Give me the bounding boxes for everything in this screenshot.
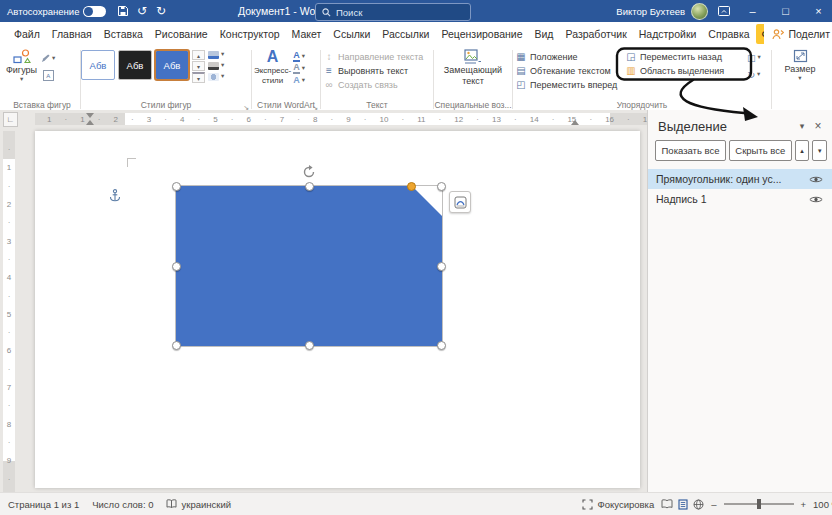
tab-selector-button[interactable]: ∟ (3, 112, 18, 127)
ribbon-button[interactable]: ▦ Положение (513, 50, 623, 64)
visibility-eye-icon[interactable] (808, 174, 824, 184)
resize-handle-top-left[interactable] (172, 182, 181, 191)
user-name[interactable]: Виктор Бухтеев (616, 6, 685, 17)
close-button[interactable]: × (805, 0, 832, 22)
rotate-handle[interactable] (302, 165, 316, 179)
resize-handle-middle-right[interactable] (437, 262, 446, 271)
shapes-button[interactable]: Фигуры ▾ (4, 47, 39, 85)
align-objects-button[interactable]: ◫▾ (745, 50, 763, 65)
ruler-mark: 8 (7, 420, 11, 429)
shape-outline-button[interactable]: ▾ (208, 61, 224, 70)
gallery-more-button[interactable]: ▾ (192, 72, 205, 83)
autosave-toggle[interactable] (83, 6, 106, 17)
search-box[interactable]: Поиск (315, 3, 471, 21)
ribbon-tab[interactable]: Надстройки (633, 24, 703, 44)
ribbon-button[interactable]: ◰ Переместить вперед (513, 78, 623, 92)
ribbon-display-options-button[interactable] (714, 0, 733, 22)
object-anchor-icon[interactable] (109, 189, 121, 203)
show-all-button[interactable]: Показать все (655, 140, 726, 161)
ruler-mark: 8 (313, 115, 317, 124)
edit-shape-button[interactable]: ▾ (39, 51, 57, 66)
ribbon-tab[interactable]: Разработчик (560, 24, 633, 44)
alt-text-button[interactable]: Замещающий текст (442, 47, 504, 88)
ruler-mark: 4 (180, 115, 184, 124)
web-layout-view-button[interactable] (693, 499, 704, 510)
pane-close-button[interactable]: × (810, 118, 826, 134)
ruler-mark: · (8, 401, 11, 410)
zoom-out-button[interactable]: – (711, 499, 716, 510)
hanging-indent-marker[interactable] (86, 120, 94, 125)
user-avatar[interactable] (691, 3, 708, 20)
focus-mode-button[interactable]: Фокусировка (582, 499, 654, 510)
text-effects-button[interactable]: А▾ (293, 75, 305, 85)
read-mode-view-button[interactable] (661, 499, 673, 509)
ribbon-tab[interactable]: Рассылки (376, 24, 435, 44)
print-layout-view-button[interactable] (678, 499, 688, 510)
share-button[interactable]: Поделит (764, 22, 832, 45)
ribbon-tab[interactable]: Вид (529, 24, 560, 44)
snip-corner-rectangle-shape[interactable] (176, 186, 442, 346)
ribbon-button[interactable]: ↕ Направление текста (321, 50, 433, 64)
right-indent-marker[interactable] (571, 120, 579, 125)
zoom-slider[interactable] (724, 503, 794, 505)
selection-pane-item[interactable]: Надпись 1 (648, 189, 832, 209)
size-button[interactable]: Размер ▾ (783, 47, 818, 84)
ribbon-tab[interactable]: Ссылки (327, 24, 376, 44)
resize-handle-bottom-center[interactable] (305, 341, 314, 350)
document-page[interactable] (35, 131, 640, 488)
resize-handle-bottom-right[interactable] (437, 341, 446, 350)
zoom-level[interactable]: 100 % (813, 499, 832, 510)
zoom-in-button[interactable]: + (801, 499, 807, 510)
draw-text-box-button[interactable]: A (39, 68, 57, 83)
zoom-slider-thumb[interactable] (757, 499, 761, 509)
gallery-up-button[interactable]: ▴ (192, 50, 205, 60)
language-indicator[interactable]: украинский (166, 499, 231, 510)
ribbon-tab[interactable]: Рисование (149, 24, 214, 44)
word-count[interactable]: Число слов: 0 (92, 499, 153, 510)
ribbon-tab[interactable]: Вставка (98, 24, 149, 44)
ribbon-tab[interactable]: Файл (8, 24, 46, 44)
first-line-indent-marker[interactable] (86, 113, 94, 118)
ribbon-tab[interactable]: Главная (46, 24, 98, 44)
ruler-mark: · (331, 115, 334, 124)
shape-adjust-handle[interactable] (407, 182, 416, 191)
layout-options-button[interactable] (449, 191, 471, 213)
resize-handle-top-right[interactable] (437, 182, 446, 191)
shape-effects-button[interactable]: ▾ (208, 72, 224, 81)
ribbon-button[interactable]: ∞ Создать связь (321, 78, 433, 92)
visibility-eye-icon[interactable] (808, 194, 824, 204)
rotate-objects-button[interactable]: ↻▾ (745, 67, 763, 82)
ribbon-button[interactable]: ▥ Область выделения (623, 64, 741, 78)
quick-styles-button[interactable]: А Экспресс- стили (252, 47, 293, 87)
resize-handle-middle-left[interactable] (172, 262, 181, 271)
ribbon-button[interactable]: ◲ Переместить назад (623, 50, 741, 64)
ribbon-button[interactable]: ≡ Выровнять текст (321, 64, 433, 78)
resize-handle-top-center[interactable] (305, 182, 314, 191)
send-backward-icon: ◲ (625, 52, 637, 62)
ribbon-tab[interactable]: Конструктор (214, 24, 286, 44)
undo-button[interactable]: ↺ (132, 0, 151, 22)
resize-handle-bottom-left[interactable] (172, 341, 181, 350)
hide-all-button[interactable]: Скрыть все (729, 140, 792, 161)
ribbon-button[interactable]: ▤ Обтекание текстом (513, 64, 623, 78)
pane-options-chevron-button[interactable]: ▾ (794, 118, 810, 134)
gallery-down-button[interactable]: ▾ (192, 61, 205, 71)
shape-style-thumbnail[interactable]: Абв (118, 50, 152, 80)
shape-fill-button[interactable]: ▾ (208, 50, 224, 59)
ribbon-tab[interactable]: Рецензирование (435, 24, 528, 44)
minimize-button[interactable]: – (739, 0, 766, 22)
page-indicator[interactable]: Страница 1 из 1 (8, 499, 79, 510)
redo-button[interactable]: ↻ (151, 0, 170, 22)
shape-style-thumbnail[interactable]: Абв (155, 50, 189, 80)
maximize-button[interactable]: □ (772, 0, 799, 22)
text-fill-button[interactable]: А▾ (293, 51, 305, 61)
autosave-control[interactable]: Автосохранение (0, 6, 113, 17)
save-button[interactable] (113, 0, 132, 22)
ribbon-tab[interactable]: Справка (702, 24, 755, 44)
shape-style-thumbnail[interactable]: Абв (81, 50, 115, 80)
text-outline-button[interactable]: А▾ (293, 63, 305, 73)
send-backward-arrow-button[interactable]: ▾ (812, 140, 827, 161)
bring-forward-arrow-button[interactable]: ▴ (795, 140, 810, 161)
ribbon-tab[interactable]: Макет (286, 24, 328, 44)
selection-pane-item[interactable]: Прямоугольник: один ус... (648, 169, 832, 189)
